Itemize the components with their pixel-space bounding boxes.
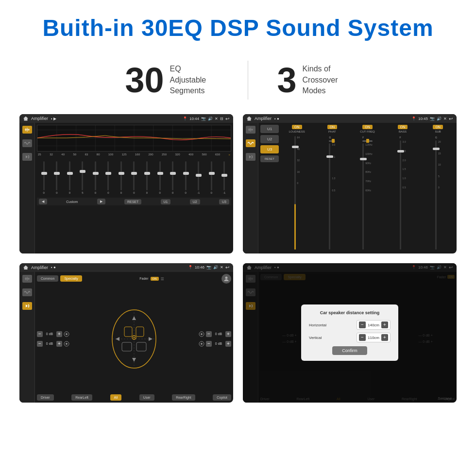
home-icon-crossover[interactable] [247,117,252,121]
slider-thumb-5[interactable] [93,172,99,175]
slider-thumb-4[interactable] [80,170,85,173]
slider-track-15[interactable] [223,161,225,190]
spk-vol-icon[interactable] [22,302,32,310]
cutfreq-on[interactable]: ON [362,125,373,129]
distance-dialog-overlay: Car speaker distance setting Horizontal … [243,263,457,403]
spk-wave-icon[interactable] [22,288,32,296]
right-top-plus[interactable]: + [225,331,231,337]
slider-track-12[interactable] [185,161,187,190]
channel-loudness: ON LOUDNESS [280,125,314,252]
right-bottom-plus[interactable]: + [225,341,231,347]
back-icon-speaker[interactable]: ↩ [225,265,229,270]
right-bottom-minus[interactable]: − [206,341,212,347]
fader-on[interactable]: ON [151,277,159,281]
rearleft-btn[interactable]: RearLeft [71,394,92,401]
right-top-minus[interactable]: − [206,331,212,337]
slider-track-13[interactable] [198,161,199,190]
u3-btn-eq[interactable]: U3 [219,199,229,204]
slider-track-4[interactable] [82,161,83,190]
u2-btn-eq[interactable]: U2 [190,199,200,204]
user-btn[interactable]: User [139,394,154,401]
vol-ctrl-icon[interactable] [22,153,32,161]
slider-thumb-8[interactable] [131,172,137,175]
slider-track-14[interactable] [211,161,212,190]
slider-track-11[interactable] [172,161,173,190]
slider-thumb-11[interactable] [170,172,176,175]
vertical-plus[interactable]: + [381,334,388,341]
eq-icon-cross[interactable] [246,126,255,134]
horizontal-plus[interactable]: + [381,321,388,328]
slider-thumb-3[interactable] [67,172,73,175]
left-top-minus[interactable]: − [37,331,43,337]
spk-eq-icon[interactable] [22,275,32,283]
cutfreq-label: CUT FREQ [360,130,375,133]
vertical-minus[interactable]: − [359,334,366,341]
home-icon-speaker[interactable] [23,265,28,270]
back-icon-cross[interactable]: ↩ [449,116,453,121]
slider-thumb-13[interactable] [196,174,202,177]
rearright-btn[interactable]: RearRight [172,394,195,401]
bass-v-slider[interactable] [400,140,401,250]
left-top-plus[interactable]: + [56,331,62,337]
crossover-vol-icon[interactable] [246,153,255,161]
play-btn[interactable]: ▶ [97,199,105,204]
slider-track-3[interactable] [69,161,70,190]
slider-thumb-6[interactable] [105,172,111,175]
slider-thumb-1[interactable] [41,172,47,175]
u1-preset[interactable]: U1 [260,125,279,133]
u2-preset[interactable]: U2 [260,135,279,143]
all-btn[interactable]: All [110,394,122,401]
home-icon[interactable] [23,117,28,121]
eq-main: 253240506380100125160200250320400500630 … [35,123,233,253]
back-icon-eq[interactable]: ↩ [225,116,229,121]
u3-preset[interactable]: U3 [260,145,279,153]
slider-track-6[interactable] [107,161,109,190]
u1-btn-eq[interactable]: U1 [161,199,171,204]
eq-slider-9: 0 [141,161,153,194]
bass-on[interactable]: ON [398,125,408,129]
slider-track-7[interactable] [120,161,122,190]
eq-icon[interactable] [22,126,32,134]
copilot-btn[interactable]: Copilot [213,394,231,401]
loudness-on[interactable]: ON [292,125,302,129]
cutfreq-h-slider[interactable] [362,140,372,142]
app-title-eq: Amplifier [31,116,48,121]
slider-track-9[interactable] [146,161,148,190]
loudness-slider[interactable] [294,136,296,250]
driver-btn[interactable]: Driver [37,394,54,401]
slider-track-5[interactable] [95,161,96,190]
left-bottom-minus[interactable]: − [37,341,43,347]
reset-btn-eq[interactable]: RESET [124,199,141,204]
eq-label: EQ AdjustableSegments [170,64,219,96]
confirm-button[interactable]: Confirm [332,346,367,355]
user-icon[interactable] [221,274,231,284]
slider-thumb-15[interactable] [221,174,227,177]
slider-track-10[interactable] [159,161,161,190]
slider-thumb-12[interactable] [183,172,189,175]
phat-v-slider[interactable] [329,143,330,250]
slider-thumb-2[interactable] [54,172,60,175]
common-btn[interactable]: Common [37,275,58,282]
horizontal-minus[interactable]: − [359,321,366,328]
cutfreq-v-slider[interactable] [362,143,364,250]
sub-on[interactable]: ON [433,125,443,129]
slider-thumb-7[interactable] [119,172,124,175]
status-left-speaker: Amplifier ▪ ● [23,265,56,270]
phat-h-slider[interactable] [329,140,335,142]
left-bottom-plus[interactable]: + [56,341,62,347]
prev-btn[interactable]: ◀ [39,199,47,204]
wave-icon[interactable] [22,139,32,147]
slider-track-8[interactable] [133,161,135,190]
specialty-btn[interactable]: Specialty [60,275,82,282]
horizontal-value: 140cm [368,323,379,327]
vol-icon: 🔊 [208,117,213,121]
phat-on[interactable]: ON [327,125,338,129]
slider-thumb-9[interactable] [144,172,150,175]
slider-thumb-14[interactable] [209,172,215,175]
slider-track-2[interactable] [56,161,57,190]
reset-btn-cross[interactable]: RESET [260,155,279,162]
crossover-wave-icon[interactable] [246,139,255,147]
sub-v-slider[interactable] [435,140,437,250]
slider-thumb-10[interactable] [157,172,163,175]
slider-track-1[interactable] [43,161,45,190]
